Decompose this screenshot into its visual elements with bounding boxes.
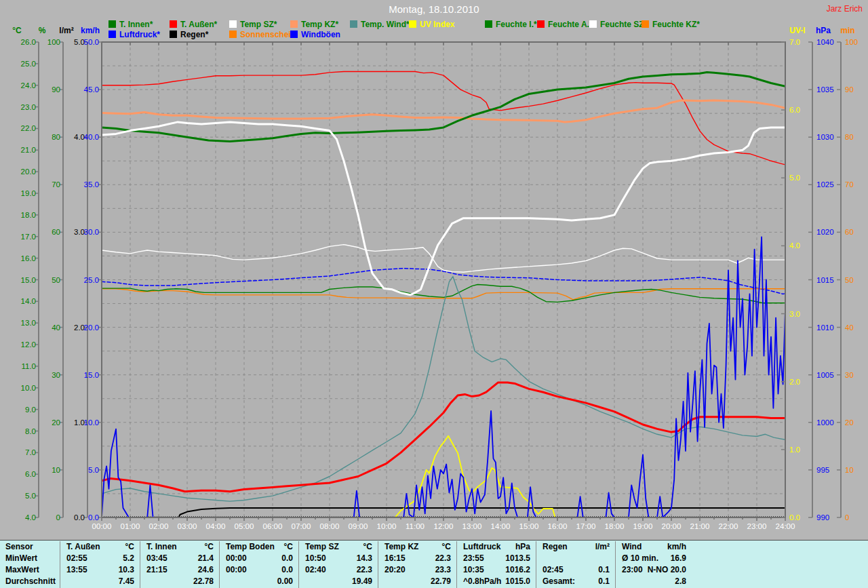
axis-tick-label: 16.0 <box>21 254 36 262</box>
axis-tick-label: 0.0 <box>789 513 800 522</box>
table-cell-regen-row0: Regenl/m² <box>536 542 615 553</box>
table-cell-time: T. Außen <box>60 542 100 553</box>
table-cell-value: 16.9 <box>671 553 692 565</box>
table-cell-time: Ø 10 min. <box>615 553 658 565</box>
axis-tick-label: 18.0 <box>21 211 36 219</box>
table-cell-value: 1016.2 <box>505 565 536 576</box>
table-row-label: MinWert <box>5 553 37 563</box>
table-cell-tempkz-row2: 20:2023.3 <box>378 565 456 576</box>
table-cell-time: 00:00 <box>219 565 247 576</box>
x-tick-label: 06:00 <box>263 522 283 530</box>
table-cell-value: °C <box>363 542 378 553</box>
axis-tick-label: 1005 <box>816 371 834 379</box>
axis-tick-label: 0.0 <box>88 513 99 522</box>
table-cell-tinnen-row0: T. Innen°C <box>140 542 219 553</box>
axis-tick-label: 1040 <box>816 38 834 46</box>
table-cell-value: 22.78 <box>193 576 219 588</box>
x-axis-labels: 00:0001:0002:0003:0004:0005:0006:0007:00… <box>92 522 795 530</box>
table-cell-tempboden-row0: Temp Boden°C <box>219 542 298 553</box>
table-cell-wind-row3: 2.8 <box>615 576 692 588</box>
axis-unit-label: min <box>840 26 854 35</box>
axis-unit-label: km/h <box>81 26 100 35</box>
table-cell-tempsz-row2: 02:4022.3 <box>298 565 378 576</box>
table-cell-time: 00:00 <box>219 553 247 565</box>
table-cell-value: hPa <box>515 542 536 553</box>
axis-tick-label: 11.0 <box>21 362 36 370</box>
axis-tick-label: 1010 <box>816 324 834 332</box>
table-row-label: Sensor <box>5 542 33 551</box>
axis-tick-label: 2.0 <box>74 324 85 332</box>
table-cell-value: 0.1 <box>598 576 615 588</box>
axis-tick-label: 995 <box>816 466 829 474</box>
table-cell-time <box>615 576 622 588</box>
axis-tick-label: 22.0 <box>21 124 36 132</box>
table-cell-time: Gesamt: <box>536 576 575 588</box>
x-tick-label: 14:00 <box>491 522 511 530</box>
axis-tick-label: 26.0 <box>21 38 36 46</box>
table-cell-value: 19.49 <box>352 576 378 588</box>
table-cell-time: 16:15 <box>378 553 406 565</box>
table-cell-tempsz-row0: Temp SZ°C <box>298 542 378 553</box>
axis-tick-label: 45.0 <box>84 85 99 94</box>
axis-tick-label: 21.0 <box>21 146 36 154</box>
axis-tick-label: 100 <box>845 38 858 46</box>
x-tick-label: 18:00 <box>605 522 625 530</box>
axis-tick-label: 10 <box>845 466 854 474</box>
table-cell-time: 02:55 <box>60 553 87 565</box>
x-tick-label: 17:00 <box>576 522 596 530</box>
x-tick-label: 01:00 <box>121 522 140 530</box>
axis-tick-label: 23.0 <box>21 103 36 111</box>
axis-tick-label: 1015 <box>816 276 834 284</box>
axis-tick-label: 3.0 <box>74 228 85 236</box>
x-tick-label: 13:00 <box>462 522 482 530</box>
axis-tick-label: 990 <box>816 513 829 522</box>
axis-unit-label: UV-I <box>789 26 805 35</box>
table-cell-tempsz-row1: 10:5014.3 <box>298 553 378 565</box>
table-cell-luftdruck-row3: ^0.8hPa/h1015.0 <box>456 576 536 588</box>
table-cell-time <box>536 553 542 565</box>
axis-tick-label: 40 <box>52 324 60 332</box>
axis-tick-label: 1000 <box>816 418 834 427</box>
axis-tick-label: 15.0 <box>84 371 99 379</box>
axis-tick-label: 1.0 <box>74 418 85 427</box>
table-cell-value: 22.79 <box>431 576 456 588</box>
x-tick-label: 03:00 <box>178 522 197 530</box>
axis-tick-label: 1025 <box>816 180 834 189</box>
table-cell-value: 23.3 <box>435 565 456 576</box>
axis-tick-label: 5.0 <box>25 492 36 500</box>
table-cell-time: 23:55 <box>456 553 484 565</box>
table-cell-value: 0.0 <box>281 565 298 576</box>
table-cell-wind-row2: 23:00N-NO 20.0 <box>615 565 692 576</box>
table-cell-time: T. Innen <box>140 542 177 553</box>
table-cell-tauen-row1: 02:555.2 <box>60 553 140 565</box>
table-cell-tempkz-row3: 22.79 <box>378 576 456 588</box>
table-cell-value: N-NO 20.0 <box>648 565 692 576</box>
table-cell-value: 1015.0 <box>505 576 536 588</box>
table-cell-value: 0.00 <box>277 576 298 588</box>
table-cell-tempboden-row3: 0.00 <box>219 576 298 588</box>
x-tick-label: 24:00 <box>776 522 795 530</box>
axis-tick-label: 1020 <box>816 228 834 236</box>
table-cell-value: 14.3 <box>357 553 378 565</box>
table-cell-luftdruck-row1: 23:551013.5 <box>456 553 536 565</box>
table-cell-tempkz-row0: Temp KZ°C <box>378 542 456 553</box>
x-tick-label: 05:00 <box>235 522 254 530</box>
axis-tick-label: 30 <box>52 371 60 379</box>
table-cell-value: 0.1 <box>598 565 615 576</box>
table-cell-time: Luftdruck <box>456 542 500 553</box>
table-cell-time <box>378 576 384 588</box>
axis-: 1009080706050403020100% <box>39 26 63 522</box>
table-cell-regen-row2: 02:450.1 <box>536 565 615 576</box>
axis-unit-label: l/m² <box>59 26 73 35</box>
x-tick-label: 02:00 <box>149 522 169 530</box>
axis-tick-label: 19.0 <box>21 189 36 197</box>
axis-tick-label: 35.0 <box>84 180 99 189</box>
table-cell-value: °C <box>284 542 298 553</box>
summary-table: SensorMinWertMaxWertDurchschnittT. Außen… <box>0 540 868 588</box>
axis-tick-label: 40.0 <box>84 133 99 141</box>
axis-tick-label: 1030 <box>816 133 834 141</box>
table-cell-wind-row1: Ø 10 min.16.9 <box>615 553 692 565</box>
axis-unit-label: % <box>39 26 46 35</box>
table-cell-tauen-row0: T. Außen°C <box>60 542 140 553</box>
axis-kmh: 50.045.040.035.030.025.020.015.010.05.00… <box>81 26 102 522</box>
